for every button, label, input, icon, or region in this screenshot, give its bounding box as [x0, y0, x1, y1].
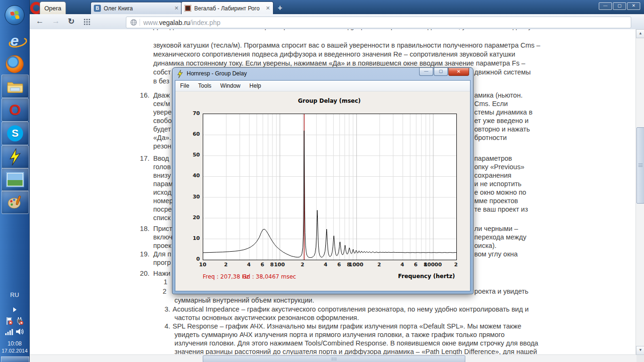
arrow-right-icon — [13, 307, 17, 312]
tab-vegalab[interactable]: Вегалаб - Лабиринт Рого ✕ — [181, 1, 273, 15]
tab-title: Вегалаб - Лабиринт Рого — [194, 5, 260, 12]
hornresp-dialog[interactable]: Hornresp - Group Delay — ▢ ✕ FileToolsWi… — [172, 67, 473, 294]
vk-favicon: В — [94, 5, 101, 12]
text-fragment: сохранения — [474, 172, 512, 179]
text-fragment: увидеть суммарную АЧХ излучения порта и … — [174, 331, 504, 338]
list-item-number: 4. — [163, 322, 170, 330]
list-item-number: 18. — [137, 225, 149, 232]
taskbar-item-paint[interactable] — [1, 190, 29, 214]
tab-strip: Opera В Олег Книга ✕ Вегалаб - Лабиринт … — [29, 0, 644, 14]
show-desktop-button[interactable] — [1, 356, 29, 362]
dialog-title: Hornresp - Group Delay — [187, 70, 247, 77]
reload-button[interactable]: ↻ — [68, 16, 74, 26]
url-prefix: www. — [143, 19, 159, 26]
tray-icons-row-1 — [0, 317, 29, 327]
text-fragment: Ввод — [153, 155, 169, 162]
text-fragment: ли черными – — [474, 225, 518, 232]
power-plug-icon[interactable] — [16, 317, 24, 327]
taskbar-item-opera[interactable]: O — [1, 98, 29, 122]
x-tick-label: 2 — [216, 262, 235, 268]
address-bar[interactable]: www.vegalab.ru/index.php — [126, 16, 631, 28]
taskbar-item-internet-explorer[interactable]: e — [1, 29, 28, 52]
group-delay-chart — [203, 114, 457, 260]
cursor-gd-readout: Gd : 38,0467 msec — [242, 273, 296, 280]
text-fragment: частоты основных акустических резонансов… — [174, 314, 359, 321]
x-tick-label: 10000 — [423, 262, 442, 268]
scroll-down-button[interactable]: ▼ — [636, 346, 644, 355]
text-fragment: голов — [153, 163, 171, 171]
clock[interactable]: 10:08 — [0, 340, 29, 347]
dialog-titlebar[interactable]: Hornresp - Group Delay — ▢ ✕ — [173, 68, 473, 80]
volume-speaker-icon[interactable] — [16, 328, 24, 337]
folder-icon — [7, 80, 24, 93]
tray-expand-arrow[interactable] — [0, 305, 29, 314]
scrollbar-thumb[interactable] — [203, 355, 465, 362]
action-center-flag-icon[interactable] — [6, 317, 13, 327]
speed-dial-button[interactable] — [84, 19, 90, 25]
text-fragment: в без — [153, 77, 169, 85]
window-close-button[interactable]: ✕ — [627, 2, 640, 10]
y-tick-label: 70 — [181, 110, 200, 116]
menu-item-window[interactable]: Window — [220, 82, 240, 89]
text-fragment: 1 — [164, 278, 167, 286]
x-tick-label: 1000 — [347, 262, 365, 268]
back-button[interactable]: ← — [36, 16, 44, 26]
dialog-client-area: FileToolsWindowHelp Group Delay (msec) 0… — [175, 80, 471, 291]
horizontal-scrollbar[interactable] — [29, 354, 636, 362]
window-maximize-button[interactable]: ▢ — [613, 2, 626, 10]
skype-icon: S — [7, 125, 23, 141]
lightning-bolt-icon — [9, 148, 21, 166]
scroll-up-button[interactable]: ▲ — [636, 29, 644, 38]
vertical-scrollbar[interactable]: ▲ ▼ — [636, 29, 644, 354]
text-fragment: овторно и нажать — [474, 125, 530, 133]
language-indicator[interactable]: RU — [0, 291, 29, 298]
opera-menu-button[interactable]: Opera — [40, 1, 66, 15]
text-fragment: проек — [153, 242, 171, 249]
dialog-close-button[interactable]: ✕ — [448, 68, 469, 76]
window-minimize-button[interactable]: — — [599, 2, 612, 10]
taskbar-item-firefox[interactable] — [1, 53, 28, 75]
vegalab-favicon — [184, 5, 191, 12]
windows-logo-icon — [5, 5, 25, 25]
x-tick-label: 2 — [370, 262, 388, 268]
taskbar-item-image-viewer[interactable] — [1, 168, 29, 191]
photo-icon — [6, 172, 24, 187]
menu-item-tools[interactable]: Tools — [198, 82, 211, 89]
y-tick-label: 20 — [181, 214, 200, 221]
text-fragment: Дваж — [153, 91, 170, 99]
scrollbar-thumb[interactable] — [636, 127, 644, 204]
start-button[interactable] — [1, 4, 28, 26]
date[interactable]: 17.02.2014 — [0, 348, 29, 354]
text-fragment: собст — [153, 68, 171, 76]
text-fragment: ет уже введено и — [474, 117, 528, 124]
list-item-number: 15. — [137, 29, 149, 30]
text-fragment: прогр — [153, 259, 171, 266]
tab-close-icon[interactable]: ✕ — [266, 5, 270, 11]
text-fragment: Acoustical Impedance – график акустическ… — [173, 305, 528, 313]
opera-icon: O — [9, 102, 21, 117]
lightning-bolt-icon — [177, 70, 183, 78]
new-tab-button[interactable]: + — [275, 4, 285, 12]
text-fragment: внизу — [153, 172, 171, 179]
forward-button[interactable]: → — [52, 16, 60, 26]
taskbar-item-skype[interactable]: S — [1, 122, 29, 145]
list-item-number: 17. — [137, 155, 149, 162]
url-text: www.vegalab.ru/index.php — [143, 19, 220, 26]
y-tick-label: 10 — [181, 235, 200, 241]
taskbar-item-explorer[interactable] — [1, 74, 29, 98]
x-axis-label: Frequency (hertz) — [398, 273, 455, 280]
text-fragment: списк — [153, 214, 171, 222]
list-item-number: 16. — [137, 91, 149, 99]
text-fragment: излучения головки. Для этого нажимаем To… — [174, 339, 538, 347]
menu-item-file[interactable]: File — [180, 82, 189, 89]
text-fragment: стемы динамика в — [474, 108, 532, 116]
tab-oleg-kniga[interactable]: В Олег Книга ✕ — [91, 2, 182, 14]
dialog-minimize-button[interactable]: — — [419, 68, 433, 76]
text-fragment: те ваш проект из — [474, 206, 528, 213]
taskbar-item-hornresp[interactable] — [1, 145, 29, 169]
network-signal-icon[interactable] — [5, 329, 14, 337]
tab-close-icon[interactable]: ✕ — [174, 5, 179, 11]
menu-item-help[interactable]: Help — [249, 82, 261, 89]
dialog-maximize-button[interactable]: ▢ — [434, 68, 448, 76]
text-fragment: сек/м — [153, 100, 170, 107]
